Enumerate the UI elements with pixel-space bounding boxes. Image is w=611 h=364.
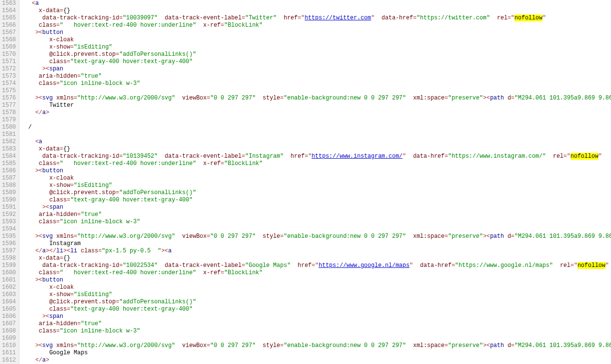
code-line[interactable]: @click.prevent.stop="addToPersonalLinks(…: [21, 189, 611, 197]
line-number: 1595: [2, 233, 16, 240]
code-line[interactable]: ><svg xmlns="http://www.w3.org/2000/svg"…: [21, 342, 611, 349]
url-link: https://www.instagram.com/: [312, 153, 403, 160]
code-line[interactable]: data-track-tracking-id="10139452" data-t…: [21, 153, 611, 160]
line-number: 1610: [2, 342, 16, 349]
code-line[interactable]: <a: [21, 0, 611, 7]
line-number: 1577: [2, 102, 16, 109]
line-number: 1602: [2, 284, 16, 291]
line-number: 1596: [2, 240, 16, 248]
line-number: 1566: [2, 22, 16, 29]
code-line[interactable]: class=" hover:text-red-400 hover:underli…: [21, 269, 611, 277]
line-number: 1606: [2, 313, 16, 320]
line-number: 1605: [2, 306, 16, 313]
line-number: 1588: [2, 182, 16, 189]
code-line[interactable]: aria-hidden="true": [21, 73, 611, 80]
code-line[interactable]: /: [21, 124, 611, 131]
code-line[interactable]: [21, 226, 611, 233]
line-number: 1592: [2, 211, 16, 218]
code-line[interactable]: data-track-tracking-id="10039097" data-t…: [21, 15, 611, 22]
code-line[interactable]: x-show="isEditing": [21, 182, 611, 189]
code-line[interactable]: class="text-gray-400 hover:text-gray-400…: [21, 197, 611, 204]
line-number: 1598: [2, 255, 16, 262]
code-line[interactable]: [21, 335, 611, 342]
line-number: 1589: [2, 189, 16, 197]
code-line[interactable]: ><button: [21, 167, 611, 175]
code-line[interactable]: x-data={}: [21, 7, 611, 15]
code-line[interactable]: @click.prevent.stop="addToPersonalLinks(…: [21, 298, 611, 306]
line-number: 1601: [2, 277, 16, 284]
code-line[interactable]: aria-hidden="true": [21, 320, 611, 328]
line-number: 1590: [2, 197, 16, 204]
code-line[interactable]: <a: [21, 138, 611, 146]
code-line[interactable]: x-data={}: [21, 255, 611, 262]
code-line[interactable]: class="icon inline-block w-3": [21, 80, 611, 87]
search-highlight: nofollow: [571, 153, 599, 160]
line-number: 1585: [2, 160, 16, 167]
line-number: 1565: [2, 15, 16, 22]
code-line[interactable]: [21, 131, 611, 138]
line-number: 1563: [2, 0, 16, 7]
line-number: 1570: [2, 51, 16, 58]
code-line[interactable]: </a></li><li class="px-1.5 py-0.5 "><a: [21, 248, 611, 255]
code-line[interactable]: [21, 116, 611, 124]
code-line[interactable]: class="icon inline-block w-3": [21, 218, 611, 226]
code-line[interactable]: Instagram: [21, 240, 611, 248]
line-number-gutter: 1563156415651566156715681569157015711572…: [0, 0, 19, 364]
code-line[interactable]: </a>: [21, 357, 611, 364]
code-line[interactable]: aria-hidden="true": [21, 211, 611, 218]
line-number: 1569: [2, 44, 16, 51]
line-number: 1594: [2, 226, 16, 233]
code-line[interactable]: x-show="isEditing": [21, 44, 611, 51]
line-number: 1584: [2, 153, 16, 160]
line-number: 1568: [2, 36, 16, 44]
code-line[interactable]: Google Maps: [21, 349, 611, 357]
code-line[interactable]: x-show="isEditing": [21, 291, 611, 298]
line-number: 1582: [2, 138, 16, 146]
line-number: 1581: [2, 131, 16, 138]
code-line[interactable]: [21, 87, 611, 95]
code-line[interactable]: class="text-gray-400 hover:text-gray-400…: [21, 58, 611, 66]
line-number: 1586: [2, 167, 16, 175]
line-number: 1567: [2, 29, 16, 36]
line-number: 1611: [2, 349, 16, 357]
code-line[interactable]: class=" hover:text-red-400 hover:underli…: [21, 22, 611, 29]
line-number: 1607: [2, 320, 16, 328]
code-line[interactable]: ><svg xmlns="http://www.w3.org/2000/svg"…: [21, 233, 611, 240]
line-number: 1574: [2, 80, 16, 87]
code-line[interactable]: ><span: [21, 313, 611, 320]
code-line[interactable]: ><button: [21, 277, 611, 284]
code-line[interactable]: x-cloak: [21, 36, 611, 44]
code-line[interactable]: @click.prevent.stop="addToPersonalLinks(…: [21, 51, 611, 58]
line-number: 1597: [2, 248, 16, 255]
url-link: https://www.google.nl/maps: [319, 262, 409, 269]
line-number: 1612: [2, 357, 16, 364]
line-number: 1576: [2, 95, 16, 102]
line-number: 1564: [2, 7, 16, 15]
code-line[interactable]: class="text-gray-400 hover:text-gray-400…: [21, 306, 611, 313]
line-number: 1608: [2, 328, 16, 335]
code-line[interactable]: ><button: [21, 29, 611, 36]
code-line[interactable]: x-data={}: [21, 146, 611, 153]
line-number: 1571: [2, 58, 16, 66]
code-line[interactable]: x-cloak: [21, 284, 611, 291]
line-number: 1600: [2, 269, 16, 277]
line-number: 1604: [2, 298, 16, 306]
url-link: https://twitter.com: [305, 15, 371, 21]
code-line[interactable]: data-track-tracking-id="10022534" data-t…: [21, 262, 611, 269]
code-line[interactable]: class=" hover:text-red-400 hover:underli…: [21, 160, 611, 167]
line-number: 1591: [2, 204, 16, 211]
code-line[interactable]: </a>: [21, 109, 611, 116]
code-line[interactable]: x-cloak: [21, 175, 611, 182]
code-editor-content[interactable]: <a x-data={} data-track-tracking-id="100…: [19, 0, 611, 364]
line-number: 1583: [2, 146, 16, 153]
code-line[interactable]: Twitter: [21, 102, 611, 109]
search-highlight: nofollow: [577, 262, 606, 269]
line-number: 1573: [2, 73, 16, 80]
code-line[interactable]: ><span: [21, 66, 611, 73]
line-number: 1575: [2, 87, 16, 95]
line-number: 1593: [2, 218, 16, 226]
code-line[interactable]: ><svg xmlns="http://www.w3.org/2000/svg"…: [21, 95, 611, 102]
code-line[interactable]: ><span: [21, 204, 611, 211]
code-line[interactable]: class="icon inline-block w-3": [21, 328, 611, 335]
line-number: 1572: [2, 66, 16, 73]
